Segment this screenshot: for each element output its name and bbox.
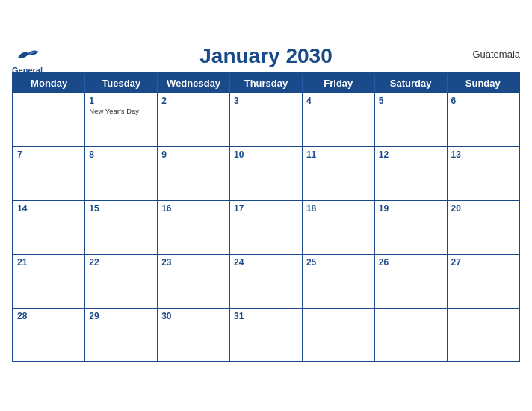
day-number: 18 <box>306 203 371 214</box>
calendar-cell: 16 <box>158 200 230 254</box>
day-number: 25 <box>306 257 371 268</box>
day-number: 20 <box>451 203 515 214</box>
logo-text-general: General <box>12 66 43 75</box>
logo-area: General Blue <box>12 44 45 84</box>
logo-icon <box>12 44 45 65</box>
month-title: January 2030 <box>200 44 332 68</box>
weekday-tuesday: Tuesday <box>85 73 158 93</box>
day-number: 4 <box>306 96 371 106</box>
calendar-cell <box>302 308 374 362</box>
calendar-header: General Blue January 2030 Guatemala <box>12 44 520 68</box>
day-number: 3 <box>234 96 298 106</box>
day-number: 21 <box>17 257 81 268</box>
weekday-thursday: Thursday <box>230 73 303 93</box>
calendar-cell: 6 <box>447 93 519 146</box>
day-number: 19 <box>379 203 443 214</box>
calendar-cell: 30 <box>158 308 230 362</box>
weekday-friday: Friday <box>302 73 374 93</box>
calendar-cell: 31 <box>230 308 303 362</box>
holiday-label: New Year's Day <box>89 107 153 115</box>
day-number: 28 <box>17 311 81 321</box>
day-number: 30 <box>161 311 226 321</box>
weekday-saturday: Saturday <box>374 73 447 93</box>
calendar-cell: 2 <box>158 93 230 146</box>
day-number: 10 <box>234 149 298 160</box>
day-number: 9 <box>161 149 226 160</box>
day-number: 6 <box>451 96 515 106</box>
day-number: 24 <box>234 257 298 268</box>
day-number: 27 <box>451 257 515 268</box>
calendar-cell: 10 <box>230 146 303 200</box>
calendar-table: Monday Tuesday Wednesday Thursday Friday… <box>12 72 520 363</box>
calendar-cell: 1New Year's Day <box>85 93 158 146</box>
calendar-cell: 25 <box>302 254 374 308</box>
weekday-wednesday: Wednesday <box>158 73 230 93</box>
day-number: 17 <box>234 203 298 214</box>
calendar-cell: 28 <box>13 308 85 362</box>
calendar-cell: 27 <box>447 254 519 308</box>
day-number: 29 <box>89 311 153 321</box>
calendar-cell: 12 <box>374 146 447 200</box>
calendar-cell: 22 <box>85 254 158 308</box>
day-number: 15 <box>89 203 153 214</box>
calendar-container: General Blue January 2030 Guatemala Mond… <box>0 37 532 375</box>
calendar-cell: 18 <box>302 200 374 254</box>
calendar-cell: 24 <box>230 254 303 308</box>
day-number: 1 <box>89 96 153 106</box>
calendar-cell: 7 <box>13 146 85 200</box>
calendar-cell: 23 <box>158 254 230 308</box>
calendar-cell <box>374 308 447 362</box>
calendar-cell: 21 <box>13 254 85 308</box>
calendar-cell: 9 <box>158 146 230 200</box>
country-label: Guatemala <box>472 49 520 60</box>
day-number: 22 <box>89 257 153 268</box>
calendar-cell: 13 <box>447 146 519 200</box>
calendar-cell <box>13 93 85 146</box>
day-number: 2 <box>161 96 226 106</box>
calendar-cell: 15 <box>85 200 158 254</box>
calendar-cell: 17 <box>230 200 303 254</box>
day-number: 8 <box>89 149 153 160</box>
logo-text-blue: Blue <box>12 75 43 84</box>
day-number: 13 <box>451 149 515 160</box>
day-number: 26 <box>379 257 443 268</box>
calendar-cell: 5 <box>374 93 447 146</box>
day-number: 5 <box>379 96 443 106</box>
day-number: 31 <box>234 311 298 321</box>
calendar-cell: 26 <box>374 254 447 308</box>
calendar-header-row: Monday Tuesday Wednesday Thursday Friday… <box>13 73 519 93</box>
calendar-cell: 4 <box>302 93 374 146</box>
calendar-cell: 29 <box>85 308 158 362</box>
calendar-cell: 19 <box>374 200 447 254</box>
day-number: 12 <box>379 149 443 160</box>
calendar-body: 1New Year's Day2345678910111213141516171… <box>13 93 519 362</box>
day-number: 11 <box>306 149 371 160</box>
day-number: 16 <box>161 203 226 214</box>
calendar-cell: 20 <box>447 200 519 254</box>
day-number: 14 <box>17 203 81 214</box>
calendar-cell: 11 <box>302 146 374 200</box>
weekday-sunday: Sunday <box>447 73 519 93</box>
day-number: 23 <box>161 257 226 268</box>
calendar-cell <box>447 308 519 362</box>
calendar-cell: 8 <box>85 146 158 200</box>
calendar-cell: 3 <box>230 93 303 146</box>
day-number: 7 <box>17 149 81 160</box>
calendar-cell: 14 <box>13 200 85 254</box>
